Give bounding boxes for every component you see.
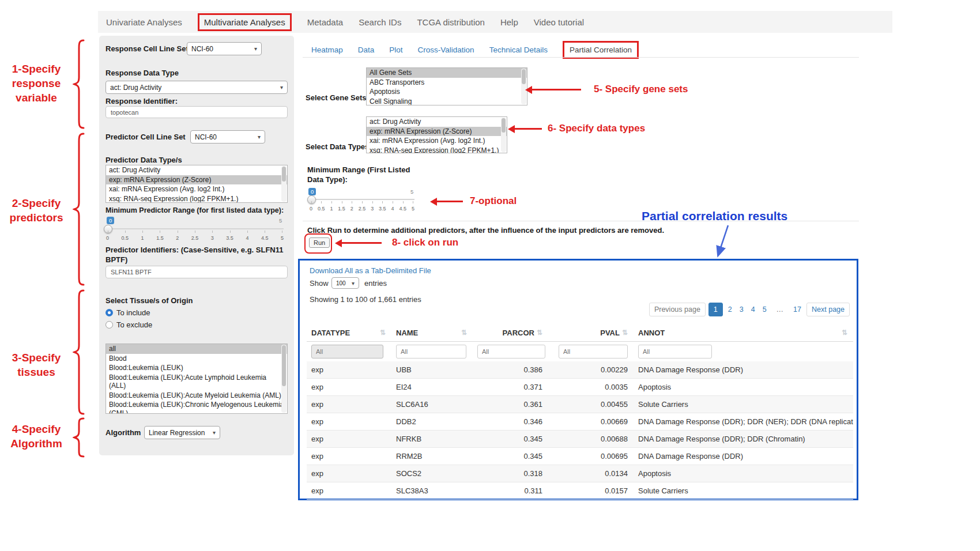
option-apoptosis[interactable]: Apoptosis: [367, 87, 527, 97]
sort-icon[interactable]: ⇅: [380, 329, 386, 337]
column-header-parcor[interactable]: PARCOR ⇅: [473, 329, 544, 337]
download-all-link[interactable]: Download All as a Tab-Delimited File: [310, 266, 431, 275]
column-header-name[interactable]: NAME ⇅: [391, 329, 473, 337]
cell-name: NFRKB: [391, 435, 473, 443]
predictor-cell-line-set-select[interactable]: NCI-60 ▾: [190, 130, 265, 144]
show-entries-select[interactable]: 100 ▾: [331, 277, 359, 289]
filter-parcor-input[interactable]: [477, 345, 545, 358]
sort-icon[interactable]: ⇅: [622, 329, 628, 337]
scrollbar[interactable]: [501, 118, 506, 152]
option-leukemia[interactable]: Blood:Leukemia (LEUK): [106, 363, 287, 373]
sort-icon[interactable]: ⇅: [842, 329, 847, 337]
option-cml-leukemia[interactable]: Blood:Leukemia (LEUK):Chronic Myelogenou…: [106, 400, 287, 414]
filter-annot-input[interactable]: [638, 345, 712, 358]
response-identifier-input[interactable]: [105, 106, 288, 118]
min-range-slider-handle[interactable]: [307, 195, 316, 204]
min-range-slider-track[interactable]: [310, 199, 414, 200]
cell-datatype: exp: [307, 383, 391, 391]
tab-technical-details[interactable]: Technical Details: [489, 46, 548, 54]
option-act-drug-activity[interactable]: act: Drug Activity: [367, 117, 507, 127]
option-aml-leukemia[interactable]: Blood:Leukemia (LEUK):Acute Myeloid Leuk…: [106, 391, 287, 401]
response-data-type-select[interactable]: act: Drug Activity ▾: [105, 81, 288, 94]
slider-tick: 0: [310, 206, 312, 212]
nav-help[interactable]: Help: [500, 17, 518, 27]
page-5-button[interactable]: 5: [760, 303, 769, 316]
sort-icon[interactable]: ⇅: [537, 329, 542, 337]
nav-univariate-analyses[interactable]: Univariate Analyses: [106, 17, 182, 27]
table-row[interactable]: exp SLC38A3 0.311 0.0157 Solute Carriers: [307, 482, 853, 500]
option-exp-mrna-zscore[interactable]: exp: mRNA Expression (Z-Score): [106, 175, 287, 185]
tab-heatmap[interactable]: Heatmap: [311, 46, 343, 54]
radio-to-exclude[interactable]: To exclude: [105, 320, 152, 329]
nav-multivariate-analyses[interactable]: Multivariate Analyses: [198, 13, 292, 31]
filter-datatype-input[interactable]: [311, 345, 383, 358]
nav-metadata[interactable]: Metadata: [307, 17, 344, 27]
table-row[interactable]: exp DDB2 0.346 0.00669 DNA Damage Respon…: [307, 413, 853, 431]
nav-search-ids[interactable]: Search IDs: [359, 17, 401, 27]
annotation-step5: 5- Specify gene sets: [594, 84, 688, 95]
column-header-annot[interactable]: ANNOT ⇅: [629, 329, 853, 337]
filter-pval-input[interactable]: [559, 345, 628, 358]
option-xai-mrna-avg[interactable]: xai: mRNA Expression (Avg. log2 Int.): [367, 136, 507, 146]
table-row[interactable]: exp SOCS2 0.318 0.0134 Apoptosis: [307, 465, 853, 482]
page-4-button[interactable]: 4: [749, 303, 757, 316]
page-2-button[interactable]: 2: [726, 303, 734, 316]
response-cell-line-set-select[interactable]: NCI-60 ▾: [187, 42, 262, 55]
predictor-cell-line-set-value: NCI-60: [195, 133, 217, 141]
previous-page-button[interactable]: Previous page: [649, 303, 706, 316]
predictor-data-types-label: Predictor Data Type/s: [105, 156, 182, 164]
page-1-button[interactable]: 1: [708, 303, 723, 316]
cell-name: DDB2: [391, 417, 473, 426]
scrollbar[interactable]: [281, 166, 287, 202]
option-all-gene-sets[interactable]: All Gene Sets: [367, 68, 527, 78]
table-row[interactable]: exp EI24 0.371 0.0035 Apoptosis: [307, 379, 853, 396]
option-all-leukemia[interactable]: Blood:Leukemia (LEUK):Acute Lymphoid Leu…: [106, 373, 287, 391]
option-xsq-rnaseq[interactable]: xsq: RNA-seq Expression (log2 FPKM+1.): [106, 194, 287, 203]
algorithm-label: Algorithm: [105, 428, 141, 437]
slider-tick: 1: [141, 235, 144, 241]
tab-plot[interactable]: Plot: [389, 46, 402, 54]
select-data-types-label: Select Data Types: [306, 142, 369, 151]
option-exp-mrna-zscore[interactable]: exp: mRNA Expression (Z-Score): [367, 127, 507, 137]
tab-partial-correlation[interactable]: Partial Correlation: [563, 41, 639, 59]
page-3-button[interactable]: 3: [737, 303, 746, 316]
predictor-range-slider-track[interactable]: [106, 228, 284, 229]
table-row[interactable]: exp SLC6A16 0.361 0.00455 Solute Carrier…: [307, 396, 853, 413]
cell-name: SLC38A3: [391, 486, 473, 495]
option-xsq-rnaseq[interactable]: xsq: RNA-seq Expression (log2 FPKM+1.): [367, 146, 507, 154]
scrollbar[interactable]: [281, 345, 287, 413]
predictor-identifiers-input[interactable]: [105, 266, 288, 278]
filter-name-input[interactable]: [396, 345, 466, 358]
nav-video-tutorial[interactable]: Video tutorial: [534, 17, 584, 27]
sort-icon[interactable]: ⇅: [461, 329, 467, 337]
option-blood[interactable]: Blood: [106, 354, 287, 364]
algorithm-select[interactable]: Linear Regression ▾: [144, 426, 220, 439]
table-row[interactable]: exp NFRKB 0.345 0.00688 DNA Damage Respo…: [307, 431, 853, 448]
scrollbar-thumb[interactable]: [282, 345, 286, 386]
page-17-button[interactable]: 17: [791, 303, 804, 316]
slider-value-badge: 0: [308, 188, 316, 195]
table-row[interactable]: exp RRM2B 0.345 0.00695 DNA Damage Respo…: [307, 448, 853, 465]
option-act-drug-activity[interactable]: act: Drug Activity: [106, 165, 287, 175]
cell-annot: Solute Carriers: [629, 400, 853, 409]
table-row[interactable]: exp UBB 0.386 0.00229 DNA Damage Respons…: [307, 361, 853, 379]
option-all-tissues[interactable]: all: [106, 344, 287, 354]
option-xai-mrna-avg[interactable]: xai: mRNA Expression (Avg. log2 Int.): [106, 184, 287, 194]
column-header-datatype[interactable]: DATATYPE ⇅: [307, 329, 391, 337]
tab-data[interactable]: Data: [358, 46, 375, 54]
column-header-pval[interactable]: PVAL ⇅: [544, 329, 629, 337]
predictor-range-slider-handle[interactable]: [104, 225, 112, 233]
nav-tcga-distribution[interactable]: TCGA distribution: [417, 17, 485, 27]
next-page-button[interactable]: Next page: [806, 303, 850, 316]
response-data-type-value: act: Drug Activity: [110, 84, 161, 92]
brace-step3: [73, 289, 85, 415]
scrollbar-thumb[interactable]: [502, 118, 506, 133]
cell-name: RRM2B: [391, 452, 473, 461]
option-abc-transporters[interactable]: ABC Transporters: [367, 78, 527, 88]
scrollbar-thumb[interactable]: [522, 69, 526, 84]
tab-cross-validation[interactable]: Cross-Validation: [418, 46, 474, 54]
cell-pval: 0.00455: [544, 400, 629, 409]
radio-to-include[interactable]: To include: [105, 308, 150, 317]
option-cell-signaling[interactable]: Cell Signaling: [367, 97, 527, 106]
scrollbar-thumb[interactable]: [282, 167, 286, 182]
